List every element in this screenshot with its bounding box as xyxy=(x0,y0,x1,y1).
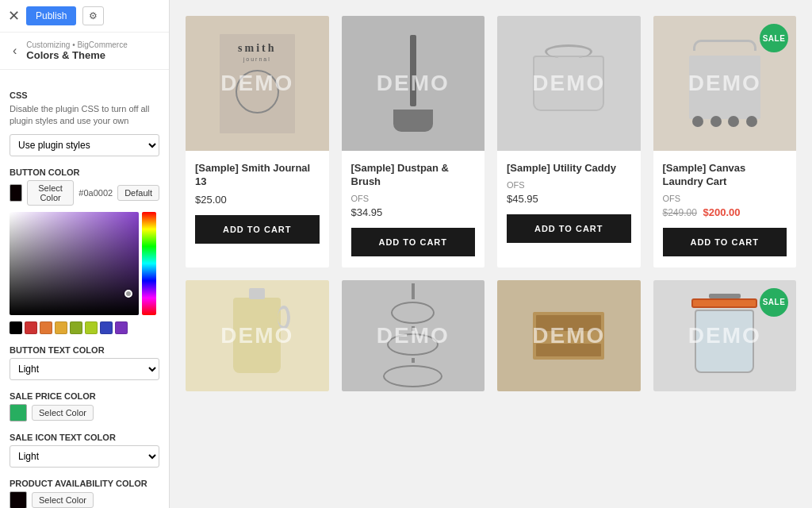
product-ofs: OFS xyxy=(663,194,787,203)
products-grid: smith journal DEMO [Sample] Smith Journa… xyxy=(186,16,796,391)
product-card: smith journal DEMO [Sample] Smith Journa… xyxy=(186,16,329,267)
button-color-select-btn[interactable]: Select Color xyxy=(27,180,74,206)
settings-button[interactable]: ⚙ xyxy=(82,6,104,25)
product-card: DEMO [Sample] Dustpan & Brush OFS $34.95… xyxy=(342,16,485,267)
product-info: [Sample] Canvas Laundry Cart OFS $249.00… xyxy=(653,151,797,228)
swatch-blue[interactable] xyxy=(100,321,113,334)
product-price: $34.95 xyxy=(351,206,476,218)
plugin-style-select[interactable]: Use plugin styles xyxy=(10,134,159,156)
button-color-default-btn[interactable]: Default xyxy=(117,185,159,201)
product-name: [Sample] Utility Caddy xyxy=(507,162,631,175)
sidebar-content: CSS Disable the plugin CSS to turn off a… xyxy=(0,70,169,508)
add-to-cart-button[interactable]: ADD TO CART xyxy=(351,228,476,256)
original-price: $249.00 xyxy=(663,207,697,218)
button-color-label: Button Color xyxy=(10,167,159,177)
swatch-black[interactable] xyxy=(10,321,22,334)
sale-icon-text-color-select[interactable]: Light Dark xyxy=(10,445,159,468)
add-to-cart-button[interactable]: ADD TO CART xyxy=(507,214,631,243)
product-price: $45.95 xyxy=(507,193,631,205)
product-availability-select-btn[interactable]: Select Color xyxy=(32,492,94,508)
button-text-color-label: Button Text Color xyxy=(10,345,159,355)
sale-price-select-btn[interactable]: Select Color xyxy=(32,405,94,421)
color-picker-dot[interactable] xyxy=(124,290,132,298)
product-ofs: OFS xyxy=(351,194,476,203)
sale-price: $200.00 xyxy=(703,206,741,218)
back-button[interactable]: ‹ xyxy=(10,42,20,60)
product-card: DEMO xyxy=(497,280,641,391)
sidebar-header: ‹ Customizing • BigCommerce Colors & The… xyxy=(0,33,169,70)
main-content: smith journal DEMO [Sample] Smith Journa… xyxy=(170,0,812,508)
product-image: DEMO xyxy=(497,280,641,391)
product-name: [Sample] Smith Journal 13 xyxy=(195,162,320,189)
sale-price-color-label: Sale Price Color xyxy=(10,391,159,401)
sale-badge: SALE xyxy=(760,24,788,52)
product-ofs: OFS xyxy=(507,180,631,190)
product-info: [Sample] Dustpan & Brush OFS $34.95 xyxy=(342,151,485,228)
sale-price-color-row: Select Color xyxy=(10,404,159,421)
product-price: $25.00 xyxy=(195,194,320,206)
button-text-color-select[interactable]: Light Dark xyxy=(10,358,159,380)
sale-icon-text-color-label: Sale Icon Text Color xyxy=(10,433,159,442)
product-image: DEMO xyxy=(186,280,329,391)
product-card: DEMO xyxy=(342,280,485,391)
button-color-swatch[interactable] xyxy=(10,184,22,202)
color-picker[interactable] xyxy=(10,212,156,315)
product-name: [Sample] Canvas Laundry Cart xyxy=(663,162,787,189)
product-card: DEMO [Sample] Utility Caddy OFS $45.95 A… xyxy=(497,16,641,267)
css-section-label: CSS xyxy=(10,90,159,100)
product-image: DEMO xyxy=(497,16,641,151)
sidebar: ✕ Publish ⚙ ‹ Customizing • BigCommerce … xyxy=(0,0,170,508)
swatch-red[interactable] xyxy=(25,321,37,334)
publish-button[interactable]: Publish xyxy=(26,6,76,25)
css-section-desc: Disable the plugin CSS to turn off all p… xyxy=(10,103,159,128)
product-image: SALE DEMO xyxy=(653,280,797,391)
product-availability-color-label: Product Availability Color xyxy=(10,479,159,488)
product-name: [Sample] Dustpan & Brush xyxy=(351,162,476,189)
sidebar-top-bar: ✕ Publish ⚙ xyxy=(0,0,169,33)
product-info: [Sample] Utility Caddy OFS $45.95 xyxy=(497,151,641,214)
swatch-yellow[interactable] xyxy=(55,321,67,334)
product-image: smith journal DEMO xyxy=(186,16,329,151)
product-card: SALE DEMO xyxy=(653,280,797,391)
button-color-row: Select Color #0a0002 Default xyxy=(10,180,159,206)
button-color-hex: #0a0002 xyxy=(79,188,113,198)
breadcrumb: Customizing • BigCommerce xyxy=(26,40,127,49)
page-title: Colors & Theme xyxy=(26,49,127,61)
journal-image-detail: smith journal xyxy=(220,34,295,133)
product-card: DEMO xyxy=(186,280,329,391)
add-to-cart-button[interactable]: ADD TO CART xyxy=(663,228,787,256)
product-image: DEMO xyxy=(342,280,485,391)
product-info: [Sample] Smith Journal 13 $25.00 xyxy=(186,151,329,215)
sale-badge: SALE xyxy=(760,288,788,317)
close-button[interactable]: ✕ xyxy=(8,7,20,25)
product-availability-color-row: Select Color xyxy=(10,491,159,508)
color-swatches-row xyxy=(10,321,159,334)
product-price: $249.00 $200.00 xyxy=(663,206,787,218)
swatch-lime[interactable] xyxy=(85,321,98,334)
product-card: SALE DEMO [Sample] Canvas Laundry Cart O… xyxy=(653,16,797,267)
sale-price-swatch[interactable] xyxy=(10,404,27,421)
product-image: DEMO xyxy=(342,16,485,151)
product-availability-swatch[interactable] xyxy=(10,491,27,508)
add-to-cart-button[interactable]: ADD TO CART xyxy=(195,215,320,244)
swatch-orange[interactable] xyxy=(40,321,52,334)
color-hue-bar[interactable] xyxy=(142,212,156,315)
product-image: SALE DEMO xyxy=(653,16,797,151)
swatch-olive[interactable] xyxy=(70,321,82,334)
swatch-purple[interactable] xyxy=(115,321,128,334)
